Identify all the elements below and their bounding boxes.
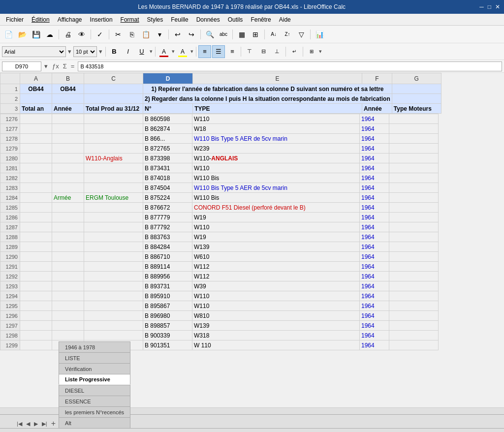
save-remote-button[interactable]: ☁ xyxy=(43,28,56,41)
cell-c[interactable] xyxy=(84,144,143,154)
cell-g[interactable] xyxy=(389,222,439,232)
cell-g[interactable] xyxy=(389,262,439,272)
cell-f[interactable]: 1964 xyxy=(360,331,389,340)
print-button[interactable]: 🖨 xyxy=(62,28,74,41)
formula-input[interactable] xyxy=(78,62,502,71)
redo-button[interactable]: ↪ xyxy=(185,28,198,41)
cell-d[interactable]: B 883763 xyxy=(143,232,192,242)
cell-f[interactable]: 1964 xyxy=(360,242,389,252)
cell-b1[interactable]: OB44 xyxy=(52,84,84,94)
cell-c[interactable] xyxy=(84,311,143,321)
cell-d[interactable]: B 862874 xyxy=(143,124,192,134)
cell-d[interactable]: B 873431 xyxy=(143,163,192,173)
cell-f[interactable]: 1964 xyxy=(360,222,389,232)
cell-b[interactable] xyxy=(52,154,84,163)
cell-c[interactable] xyxy=(84,163,143,173)
cell-g[interactable] xyxy=(389,331,439,340)
cell-g[interactable] xyxy=(389,252,439,262)
col-header-e[interactable]: E xyxy=(193,73,362,84)
cell-f[interactable]: 1964 xyxy=(360,134,389,144)
copy-button[interactable]: ⎘ xyxy=(126,28,138,41)
cell-d[interactable]: B 872765 xyxy=(143,144,192,154)
size-dropdown-icon[interactable]: ▾ xyxy=(98,48,103,55)
cell-g[interactable] xyxy=(389,173,439,183)
menu-fenetre[interactable]: Fenêtre xyxy=(247,15,275,24)
cell-a[interactable] xyxy=(20,301,52,311)
cell-b[interactable] xyxy=(52,232,84,242)
cell-b[interactable] xyxy=(52,252,84,262)
cell-a[interactable] xyxy=(20,340,52,350)
align-left-button[interactable]: ≡ xyxy=(198,45,211,58)
cell-d[interactable]: B 889114 xyxy=(143,262,192,272)
cell-d[interactable]: B 884284 xyxy=(143,242,192,252)
cell-f[interactable]: 1964 xyxy=(360,281,389,291)
cell-c[interactable] xyxy=(84,213,143,222)
cell-c[interactable] xyxy=(84,232,143,242)
font-size-select[interactable]: 10 pt xyxy=(73,46,97,57)
cell-b[interactable]: Armée xyxy=(52,193,84,203)
cell-f[interactable]: 1964 xyxy=(360,203,389,213)
tab-nav-next[interactable]: ▶ xyxy=(32,420,40,428)
cell-c[interactable] xyxy=(84,242,143,252)
cell-g[interactable] xyxy=(389,213,439,222)
cell-g[interactable] xyxy=(389,154,439,163)
cell-d[interactable]: B 889956 xyxy=(143,272,192,281)
cell-d[interactable]: B 875224 xyxy=(143,193,192,203)
cell-a[interactable] xyxy=(20,124,52,134)
cell-c[interactable] xyxy=(84,272,143,281)
cell-a[interactable] xyxy=(20,281,52,291)
cell-a[interactable] xyxy=(20,331,52,340)
cell-c[interactable] xyxy=(84,321,143,331)
cell-d[interactable]: B 886710 xyxy=(143,252,192,262)
cell-b[interactable] xyxy=(52,311,84,321)
underline-dropdown[interactable]: ▾ xyxy=(149,48,153,55)
name-box-dropdown[interactable]: ▾ xyxy=(43,62,49,70)
table2-button[interactable]: ⊞ xyxy=(249,28,262,41)
cell-d[interactable]: B 895867 xyxy=(143,301,192,311)
cell-b[interactable] xyxy=(52,301,84,311)
sheet-tab[interactable]: 1946 à 1978 xyxy=(59,341,130,352)
cell-g[interactable] xyxy=(389,340,439,350)
cell-g[interactable] xyxy=(389,183,439,193)
table-button[interactable]: ▦ xyxy=(235,28,248,41)
cell-c[interactable] xyxy=(84,203,143,213)
merge-cells-button[interactable]: ⊞ xyxy=(305,45,318,58)
cut-button[interactable]: ✂ xyxy=(112,28,125,41)
cell-e3[interactable]: TYPE xyxy=(193,104,362,114)
cell-a3[interactable]: Total an xyxy=(20,104,52,114)
tab-nav-first[interactable]: |◀ xyxy=(15,420,24,428)
cell-f[interactable]: 1964 xyxy=(360,321,389,331)
cell-e[interactable]: W110-ANGLAIS xyxy=(192,154,360,163)
cell-g[interactable] xyxy=(389,301,439,311)
cell-b[interactable] xyxy=(52,272,84,281)
col-header-d[interactable]: D xyxy=(143,73,193,84)
sort-za-button[interactable]: Z↑ xyxy=(281,28,294,41)
cell-e[interactable]: CONORD F51 Diesel (perforé devant le B) xyxy=(192,203,360,213)
cell-g2[interactable] xyxy=(392,94,441,104)
cell-f[interactable]: 1964 xyxy=(360,301,389,311)
cell-a1[interactable]: OB44 xyxy=(20,84,52,94)
maximize-icon[interactable]: □ xyxy=(488,3,491,10)
equals-icon[interactable]: = xyxy=(69,62,76,70)
cell-e[interactable]: W39 xyxy=(192,281,360,291)
tab-nav-prev[interactable]: ◀ xyxy=(24,420,32,428)
cell-c2[interactable] xyxy=(84,94,143,104)
cell-e[interactable]: W112 xyxy=(192,262,360,272)
menu-styles[interactable]: Styles xyxy=(143,15,167,24)
cell-g[interactable] xyxy=(389,134,439,144)
cell-f3[interactable]: Année xyxy=(362,104,392,114)
cell-d[interactable]: B 866... xyxy=(143,134,192,144)
cell-a[interactable] xyxy=(20,134,52,144)
cell-g[interactable] xyxy=(389,144,439,154)
menu-affichage[interactable]: Affichage xyxy=(54,15,86,24)
cell-e[interactable]: W110 xyxy=(192,114,360,124)
underline-button[interactable]: U xyxy=(135,45,148,58)
align-bottom-button[interactable]: ⊥ xyxy=(271,45,284,58)
cell-b[interactable] xyxy=(52,114,84,124)
close-icon[interactable]: ✕ xyxy=(495,3,500,10)
col-header-g[interactable]: G xyxy=(392,73,441,84)
cell-f[interactable]: 1964 xyxy=(360,262,389,272)
cell-e[interactable]: W110 Bis xyxy=(192,193,360,203)
cell-e[interactable]: W139 xyxy=(192,242,360,252)
cell-e[interactable]: W318 xyxy=(192,331,360,340)
